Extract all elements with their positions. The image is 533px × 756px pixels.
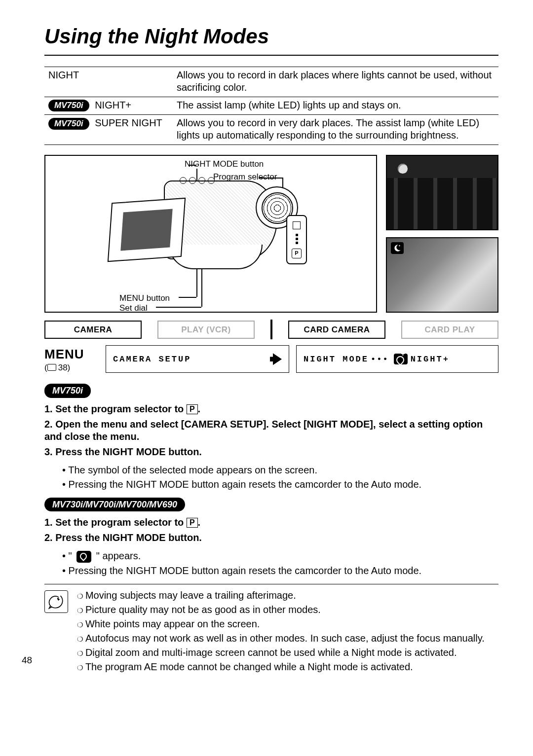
page-number: 48	[22, 654, 32, 666]
program-p-icon: P	[187, 518, 198, 528]
night-mode-icon	[76, 551, 91, 563]
caution-notes: Moving subjects may leave a trailing aft…	[44, 589, 498, 675]
night-plus-icon	[394, 354, 408, 364]
diagram-row: NIGHT MODE button Program selector MENU …	[44, 155, 498, 313]
step-note: " " appears.	[62, 550, 498, 563]
menu-path-row: MENU (38) CAMERA SETUP NIGHT MODE ••• NI…	[44, 345, 498, 373]
steps-mv750i: 1. Set the program selector to P. 2. Ope…	[44, 403, 498, 458]
operation-mode-bar: CAMERA PLAY (VCR) CARD CAMERA CARD PLAY	[44, 320, 498, 339]
program-p-icon: P	[187, 404, 198, 414]
menu-box-night-mode: NIGHT MODE ••• NIGHT+	[296, 345, 498, 373]
step-notes: The symbol of the selected mode appears …	[62, 464, 498, 491]
arrow-right-icon	[270, 353, 282, 365]
step: 1. Set the program selector to P.	[44, 516, 498, 529]
divider	[44, 584, 498, 584]
sample-images	[386, 155, 498, 313]
callout-menu-button: MENU button	[119, 293, 170, 303]
mode-name: SUPER NIGHT	[95, 117, 162, 128]
mode-card-play: CARD PLAY	[401, 321, 498, 339]
menu-dots: •••	[371, 354, 389, 364]
menu-text: NIGHT MODE	[304, 354, 369, 364]
step: 1. Set the program selector to P.	[44, 403, 498, 415]
mode-name: NIGHT+	[95, 100, 131, 110]
menu-label: MENU (38)	[44, 345, 99, 373]
sample-night-baby	[386, 237, 498, 313]
svg-point-0	[57, 598, 59, 599]
camcorder-illustration: P	[114, 176, 292, 289]
camcorder-diagram: NIGHT MODE button Program selector MENU …	[44, 155, 377, 313]
note-item: The program AE mode cannot be changed wh…	[87, 661, 498, 673]
notes-list: Moving subjects may leave a trailing aft…	[77, 589, 498, 675]
menu-title: MENU	[44, 346, 99, 362]
mode-play-vcr: PLAY (VCR)	[157, 321, 255, 339]
mode-desc-cell: The assist lamp (white LED) lights up an…	[173, 97, 498, 115]
mode-desc-cell: Allows you to record in dark places wher…	[173, 67, 498, 97]
section-badge: MV750i	[44, 384, 498, 398]
sample-night-city	[386, 155, 498, 230]
book-icon	[47, 364, 56, 371]
menu-page-ref: (38)	[44, 362, 99, 373]
note-item: Autofocus may not work as well as in oth…	[87, 632, 498, 645]
note-item: White points may appear on the screen.	[87, 618, 498, 630]
mode-card-camera: CARD CAMERA	[288, 321, 385, 339]
steps-other-models: 1. Set the program selector to P. 2. Pre…	[44, 516, 498, 544]
step: 2. Open the menu and select [CAMERA SETU…	[44, 418, 498, 443]
mode-name-cell: MV750i SUPER NIGHT	[44, 115, 173, 145]
note-item: Picture quality may not be as good as in…	[87, 604, 498, 616]
note-item: Moving subjects may leave a trailing aft…	[87, 589, 498, 602]
note-item: Digital zoom and multi-image screen cann…	[87, 647, 498, 659]
model-badge: MV750i	[44, 384, 91, 398]
mode-camera: CAMERA	[44, 321, 142, 339]
menu-box-camera-setup: CAMERA SETUP	[106, 345, 289, 373]
night-plus-icon	[391, 242, 404, 254]
model-badge: MV750i	[48, 118, 89, 130]
step-notes: " " appears. Pressing the NIGHT MODE but…	[62, 550, 498, 577]
step: 2. Press the NIGHT MODE button.	[44, 532, 498, 544]
model-badge: MV750i	[48, 100, 89, 111]
menu-text: NIGHT+	[411, 354, 450, 364]
mode-name: NIGHT	[48, 70, 79, 80]
step-note: Pressing the NIGHT MODE button again res…	[62, 565, 498, 577]
night-modes-table: NIGHT Allows you to record in dark place…	[44, 67, 498, 145]
mode-desc-cell: Allows you to record in very dark places…	[173, 115, 498, 145]
step-note: The symbol of the selected mode appears …	[62, 464, 498, 476]
section-badge: MV730i/MV700i/MV700/MV690	[44, 498, 498, 512]
menu-text: CAMERA SETUP	[113, 354, 191, 364]
model-badge: MV730i/MV700i/MV700/MV690	[44, 498, 185, 512]
mode-name-cell: NIGHT	[44, 67, 173, 97]
note-icon	[44, 590, 68, 613]
mode-separator	[270, 320, 272, 339]
page-title: Using the Night Modes	[44, 24, 498, 56]
step: 3. Press the NIGHT MODE button.	[44, 446, 498, 458]
callout-set-dial: Set dial	[119, 303, 148, 313]
callout-night-mode-button: NIGHT MODE button	[185, 159, 264, 169]
mode-name-cell: MV750i NIGHT+	[44, 97, 173, 115]
step-note: Pressing the NIGHT MODE button again res…	[62, 478, 498, 491]
